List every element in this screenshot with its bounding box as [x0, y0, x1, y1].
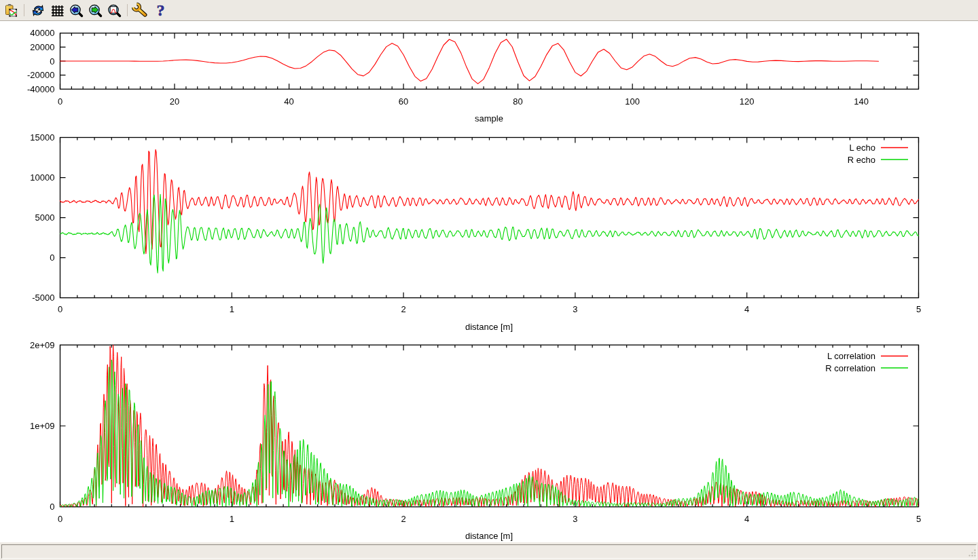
svg-text:R correlation: R correlation — [825, 363, 875, 373]
svg-text:0: 0 — [58, 514, 62, 524]
svg-text:-5000: -5000 — [32, 293, 54, 303]
svg-text:0: 0 — [50, 502, 54, 512]
svg-text:L echo: L echo — [849, 143, 875, 153]
svg-text:15000: 15000 — [30, 132, 54, 143]
svg-text:2: 2 — [401, 304, 405, 314]
svg-text:20000: 20000 — [30, 42, 54, 52]
svg-text:L correlation: L correlation — [827, 351, 875, 361]
svg-text:100: 100 — [625, 96, 640, 107]
svg-text:sample: sample — [475, 113, 503, 124]
svg-text:80: 80 — [513, 96, 522, 107]
svg-text:0: 0 — [50, 253, 54, 263]
svg-text:40: 40 — [284, 96, 293, 107]
svg-text:120: 120 — [740, 96, 755, 107]
svg-text:0: 0 — [50, 56, 54, 67]
svg-text:40000: 40000 — [30, 28, 54, 38]
svg-text:distance [m]: distance [m] — [465, 531, 513, 541]
svg-text:4: 4 — [744, 304, 749, 314]
svg-text:140: 140 — [854, 96, 869, 107]
svg-text:5: 5 — [916, 514, 921, 524]
svg-text:0: 0 — [58, 304, 62, 314]
svg-text:3: 3 — [573, 304, 577, 314]
svg-text:60: 60 — [399, 96, 408, 107]
svg-text:2e+09: 2e+09 — [30, 340, 55, 350]
svg-text:5: 5 — [916, 304, 921, 314]
svg-text:1: 1 — [230, 514, 234, 524]
svg-text:20: 20 — [170, 96, 179, 107]
svg-text:5000: 5000 — [35, 212, 55, 223]
svg-text:R echo: R echo — [848, 155, 875, 165]
svg-text:4: 4 — [744, 514, 749, 524]
svg-text:0: 0 — [58, 96, 62, 107]
svg-text:-20000: -20000 — [27, 70, 54, 80]
svg-text:10000: 10000 — [30, 172, 54, 183]
svg-text:distance [m]: distance [m] — [465, 322, 513, 332]
svg-text:3: 3 — [573, 514, 577, 524]
svg-text:2: 2 — [401, 514, 405, 524]
svg-text:1: 1 — [230, 304, 234, 314]
svg-text:-40000: -40000 — [27, 84, 54, 94]
svg-text:?: ? — [157, 1, 165, 19]
svg-text:1e+09: 1e+09 — [30, 421, 55, 431]
